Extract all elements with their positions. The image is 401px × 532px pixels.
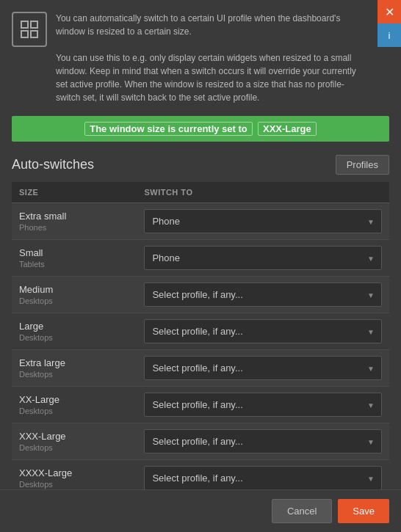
- table-row: XXX-LargeDesktopsSelect profile, if any.…: [12, 423, 389, 460]
- profile-select[interactable]: Select profile, if any...Phone: [144, 393, 382, 417]
- profile-select[interactable]: Select profile, if any...Phone: [144, 319, 382, 343]
- svg-rect-1: [31, 21, 37, 28]
- modal-footer: Cancel Save: [0, 489, 401, 532]
- auto-switches-header: Auto-switches Profiles: [0, 150, 401, 182]
- size-cell: SmallTablets: [12, 240, 137, 277]
- table-row: XX-LargeDesktopsSelect profile, if any..…: [12, 387, 389, 423]
- size-cell: XX-LargeDesktops: [12, 387, 137, 423]
- description-text: You can automatically switch to a certai…: [56, 12, 364, 104]
- size-label: XXXX-Large: [19, 467, 129, 478]
- svg-rect-3: [31, 31, 37, 37]
- size-sublabel: Desktops: [19, 407, 129, 415]
- select-wrapper: Select profile, if any...Phone: [144, 319, 382, 343]
- switch-to-cell[interactable]: Select profile, if any...Phone: [137, 277, 389, 313]
- size-label: Extra small: [19, 211, 129, 222]
- size-sublabel: Phones: [19, 223, 129, 232]
- table-row: MediumDesktopsSelect profile, if any...P…: [12, 277, 389, 313]
- size-label: Extra large: [19, 357, 129, 368]
- table-row: Extra largeDesktopsSelect profile, if an…: [12, 350, 389, 387]
- close-icon: ✕: [385, 5, 394, 19]
- info-button[interactable]: i: [377, 23, 401, 47]
- size-label: Large: [19, 321, 129, 332]
- select-wrapper: Select profile, if any...Phone: [144, 356, 382, 380]
- size-sublabel: Desktops: [19, 370, 129, 379]
- modal-description: You can automatically switch to a certai…: [56, 12, 364, 104]
- save-button[interactable]: Save: [338, 499, 389, 523]
- size-sublabel: Desktops: [19, 480, 129, 489]
- info-icon: i: [389, 30, 391, 41]
- profile-select[interactable]: Select profile, if any...Phone: [144, 283, 382, 307]
- size-cell: XXX-LargeDesktops: [12, 423, 137, 460]
- switch-to-cell[interactable]: Select profile, if any...Phone: [137, 350, 389, 387]
- size-cell: XXXX-LargeDesktops: [12, 460, 137, 490]
- dashboard-icon: [12, 12, 47, 47]
- switch-to-cell[interactable]: Select profile, if any...Phone: [137, 423, 389, 460]
- profile-select[interactable]: Select profile, if any...Phone: [144, 246, 382, 270]
- window-size-banner: The window size is currently set to XXX-…: [12, 116, 389, 142]
- modal-header: You can automatically switch to a certai…: [0, 0, 401, 116]
- select-wrapper: Select profile, if any...Phone: [144, 393, 382, 417]
- profile-select[interactable]: Select profile, if any...Phone: [144, 466, 382, 489]
- size-cell: Extra smallPhones: [12, 203, 137, 240]
- auto-switches-table: SIZE SWITCH TO Extra smallPhonesSelect p…: [12, 182, 389, 489]
- table-header-row: SIZE SWITCH TO: [12, 182, 389, 203]
- svg-rect-2: [21, 31, 28, 37]
- select-wrapper: Select profile, if any...Phone: [144, 246, 382, 270]
- table-row: SmallTabletsSelect profile, if any...Pho…: [12, 240, 389, 277]
- size-sublabel: Tablets: [19, 260, 129, 269]
- table-row: Extra smallPhonesSelect profile, if any.…: [12, 203, 389, 240]
- select-wrapper: Select profile, if any...Phone: [144, 466, 382, 489]
- size-label: XXX-Large: [19, 431, 129, 442]
- size-label: Medium: [19, 284, 129, 295]
- switch-to-cell[interactable]: Select profile, if any...Phone: [137, 313, 389, 350]
- switch-to-cell[interactable]: Select profile, if any...Phone: [137, 203, 389, 240]
- select-wrapper: Select profile, if any...Phone: [144, 283, 382, 307]
- svg-rect-0: [21, 21, 28, 28]
- profile-select[interactable]: Select profile, if any...Phone: [144, 209, 382, 233]
- size-cell: Extra largeDesktops: [12, 350, 137, 387]
- banner-value: XXX-Large: [258, 122, 317, 136]
- size-label: Small: [19, 247, 129, 258]
- col-size: SIZE: [12, 182, 137, 203]
- size-cell: LargeDesktops: [12, 313, 137, 350]
- cancel-button[interactable]: Cancel: [272, 499, 332, 523]
- profile-select[interactable]: Select profile, if any...Phone: [144, 429, 382, 453]
- profile-select[interactable]: Select profile, if any...Phone: [144, 356, 382, 380]
- select-wrapper: Select profile, if any...Phone: [144, 209, 382, 233]
- auto-switch-modal: ✕ i You can automatically switch to a ce…: [0, 0, 401, 532]
- banner-prefix: The window size is currently set to: [84, 122, 253, 136]
- table-row: LargeDesktopsSelect profile, if any...Ph…: [12, 313, 389, 350]
- size-label: XX-Large: [19, 394, 129, 405]
- switch-to-cell[interactable]: Select profile, if any...Phone: [137, 240, 389, 277]
- table-row: XXXX-LargeDesktopsSelect profile, if any…: [12, 460, 389, 490]
- profiles-button[interactable]: Profiles: [336, 155, 389, 175]
- size-sublabel: Desktops: [19, 296, 129, 305]
- select-wrapper: Select profile, if any...Phone: [144, 429, 382, 453]
- close-button[interactable]: ✕: [377, 0, 401, 23]
- switch-to-cell[interactable]: Select profile, if any...Phone: [137, 460, 389, 490]
- switch-to-cell[interactable]: Select profile, if any...Phone: [137, 387, 389, 423]
- size-cell: MediumDesktops: [12, 277, 137, 313]
- size-sublabel: Desktops: [19, 333, 129, 342]
- section-title: Auto-switches: [12, 157, 94, 172]
- col-switch-to: SWITCH TO: [137, 182, 389, 203]
- auto-switches-table-container: SIZE SWITCH TO Extra smallPhonesSelect p…: [12, 182, 389, 489]
- size-sublabel: Desktops: [19, 443, 129, 452]
